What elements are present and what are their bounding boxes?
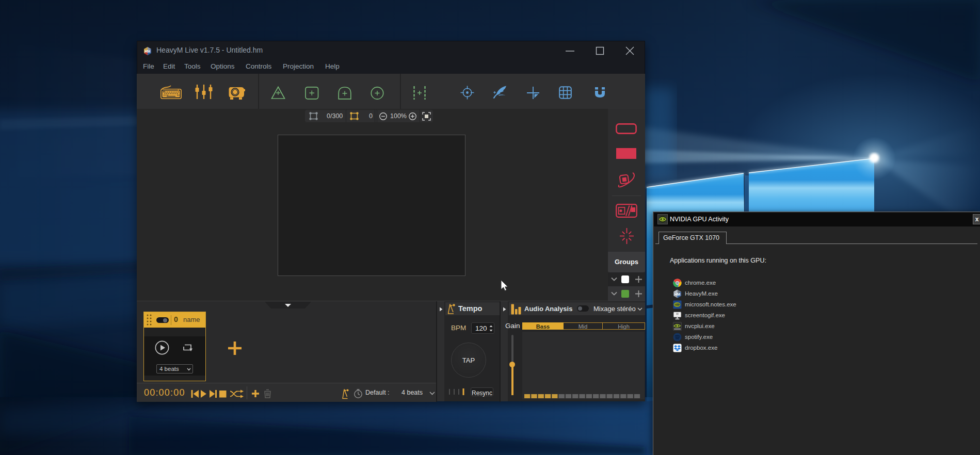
svg-text:HM: HM <box>674 292 681 297</box>
svg-text:HM: HM <box>145 50 151 53</box>
